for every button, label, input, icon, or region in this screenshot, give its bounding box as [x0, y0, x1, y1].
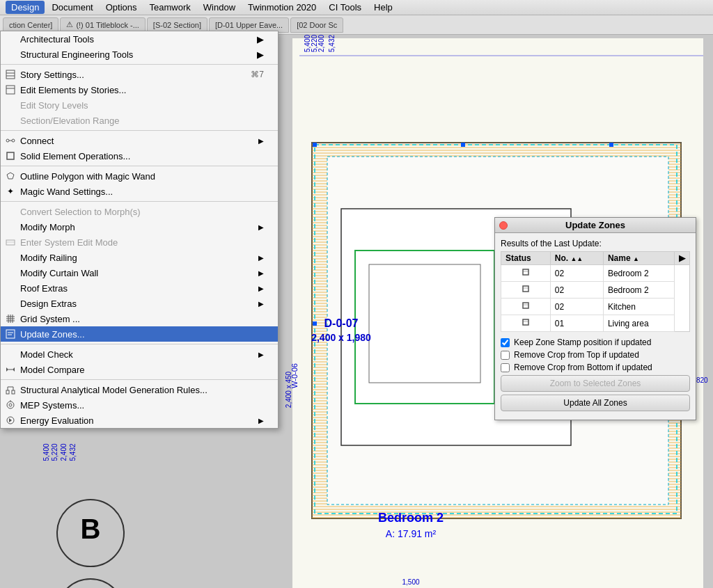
menu-structural-model[interactable]: Structural Analytical Model Generation R… [1, 382, 278, 397]
menu-model-check[interactable]: Model Check ▶ [1, 347, 278, 362]
col-scroll[interactable]: ▶ [675, 252, 690, 265]
design-extras-label: Design Extras [20, 299, 77, 309]
menu-architectural-tools[interactable]: Architectural Tools ▶ [1, 31, 278, 47]
model-compare-icon [5, 364, 16, 375]
svg-text:1,500: 1,500 [402, 578, 419, 586]
menu-help[interactable]: Help [368, 1, 398, 14]
menu-roof-extras[interactable]: Roof Extras ▶ [1, 280, 278, 296]
separator-4 [1, 201, 278, 202]
tab-door-sc[interactable]: [02 Door Sc [290, 17, 343, 33]
menu-model-compare[interactable]: Model Compare [1, 362, 278, 377]
svg-rect-64 [12, 390, 15, 394]
menu-outline-polygon[interactable]: Outline Polygon with Magic Wand [1, 168, 278, 184]
update-all-zones-button[interactable]: Update All Zones [501, 395, 690, 411]
menu-design[interactable]: Design [6, 1, 45, 14]
tab-warning-icon: ⚠ [66, 20, 73, 29]
table-row: 02 Bedroom 2 [501, 282, 690, 299]
design-extras-icon [5, 298, 16, 309]
checkbox-keep-zone-stamp: Keep Zone Stamp position if updated [501, 337, 690, 347]
modify-curtain-arrow-icon: ▶ [258, 269, 264, 277]
svg-text:5,432: 5,432 [69, 443, 77, 461]
mep-systems-label: MEP Systems... [20, 400, 84, 411]
mep-systems-icon [5, 399, 16, 411]
menu-design-extras[interactable]: Design Extras ▶ [1, 296, 278, 311]
menu-modify-morph[interactable]: Modify Morph ▶ [1, 219, 278, 235]
svg-rect-51 [6, 240, 15, 245]
separator-5 [1, 344, 278, 344]
tab-label: [D-01 Upper Eave... [215, 21, 283, 29]
svg-rect-19 [609, 143, 613, 147]
tab-label: [S-02 Section] [153, 21, 201, 29]
zoom-to-selected-zones-button[interactable]: Zoom to Selected Zones [501, 375, 690, 392]
modify-railing-icon [5, 252, 16, 263]
dialog-title: Update Zones [565, 220, 625, 230]
menu-window[interactable]: Window [198, 1, 241, 14]
menu-update-zones[interactable]: Update Zones... [1, 326, 278, 342]
separator-6 [1, 379, 278, 380]
table-row: 01 Living area [501, 315, 690, 332]
svg-rect-41 [6, 70, 15, 79]
arrow-icon: ▶ [257, 49, 264, 60]
col-no: No. ▲▲ [550, 252, 603, 265]
edit-story-levels-label: Edit Story Levels [20, 100, 88, 111]
menu-connect[interactable]: Connect ▶ [1, 133, 278, 148]
system-edit-label: Enter System Edit Mode [20, 237, 118, 248]
row-name: Kitchen [603, 299, 674, 315]
connect-label: Connect [20, 136, 54, 146]
modify-railing-arrow-icon: ▶ [258, 254, 264, 262]
table-row: 02 Kitchen [501, 299, 690, 315]
menu-story-settings[interactable]: Story Settings... ⌘7 [1, 67, 278, 82]
modify-morph-arrow-icon: ▶ [258, 223, 264, 231]
svg-rect-49 [7, 152, 14, 159]
model-check-label: Model Check [20, 349, 73, 360]
design-extras-arrow-icon: ▶ [258, 300, 264, 308]
menubar: Design Document Options Teamwork Window … [0, 0, 713, 15]
remove-crop-top-checkbox[interactable] [501, 351, 510, 360]
row-no: 02 [550, 299, 603, 315]
energy-evaluation-label: Energy Evaluation [20, 415, 94, 426]
menu-energy-evaluation[interactable]: Energy Evaluation ▶ [1, 413, 278, 428]
menu-modify-railing[interactable]: Modify Railing ▶ [1, 250, 278, 265]
menu-structural-tools[interactable]: Structural Engineering Tools ▶ [1, 47, 278, 62]
menu-options[interactable]: Options [100, 1, 143, 14]
modify-curtain-icon [5, 267, 16, 278]
svg-text:5,400: 5,400 [42, 443, 50, 461]
outline-polygon-icon [5, 170, 16, 182]
menu-modify-curtain[interactable]: Modify Curtain Wall ▶ [1, 265, 278, 280]
menu-solid-element[interactable]: Solid Element Operations... [1, 148, 278, 164]
svg-rect-20 [313, 321, 317, 326]
menu-grid-system[interactable]: Grid System ... [1, 311, 278, 326]
row-name: Bedroom 2 [603, 265, 674, 282]
row-name: Bedroom 2 [603, 282, 674, 299]
row-name: Living area [603, 315, 674, 332]
outline-polygon-label: Outline Polygon with Magic Wand [20, 171, 155, 182]
structural-model-icon [5, 384, 16, 395]
solid-element-label: Solid Element Operations... [20, 151, 130, 161]
menu-mep-systems[interactable]: MEP Systems... [1, 397, 278, 413]
modify-curtain-label: Modify Curtain Wall [20, 268, 98, 278]
menu-magic-wand[interactable]: ✦ Magic Wand Settings... [1, 184, 278, 199]
keep-zone-stamp-checkbox[interactable] [501, 338, 510, 347]
main-area: ction Center] ⚠ (!) 01 Titleblock -... [… [0, 15, 713, 588]
remove-crop-bottom-checkbox[interactable] [501, 363, 510, 372]
svg-text:820: 820 [696, 376, 708, 384]
dialog-close-button[interactable] [499, 221, 508, 230]
svg-point-68 [7, 402, 14, 408]
roof-extras-arrow-icon: ▶ [258, 285, 264, 292]
update-zones-label: Update Zones... [20, 329, 85, 340]
row-no: 01 [550, 315, 603, 332]
menu-twinmotion[interactable]: Twinmotion 2020 [242, 1, 322, 14]
svg-rect-17 [313, 143, 317, 147]
svg-rect-18 [461, 143, 465, 147]
menu-citools[interactable]: CI Tools [323, 1, 367, 14]
menu-document[interactable]: Document [46, 1, 98, 14]
energy-evaluation-icon [5, 415, 16, 426]
story-settings-label: Story Settings... [20, 70, 84, 80]
menu-edit-elements[interactable]: Edit Elements by Stories... [1, 82, 278, 97]
model-compare-label: Model Compare [20, 365, 85, 375]
menu-teamwork[interactable]: Teamwork [144, 1, 196, 14]
magic-wand-icon: ✦ [5, 186, 16, 197]
svg-marker-74 [523, 286, 528, 292]
connect-icon [5, 135, 16, 146]
svg-marker-72 [523, 269, 528, 275]
